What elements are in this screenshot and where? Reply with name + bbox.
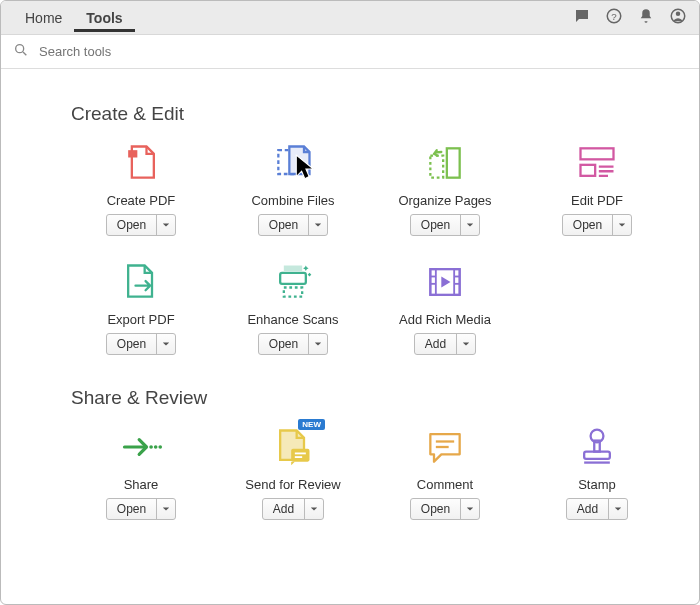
svg-rect-17 [284, 266, 302, 272]
svg-rect-29 [291, 449, 309, 462]
tool-comment[interactable]: Comment Open [375, 423, 515, 520]
stamp-icon [570, 423, 624, 471]
button-main[interactable]: Open [107, 334, 157, 354]
button-main[interactable]: Open [259, 334, 309, 354]
tool-organize-pages[interactable]: Organize Pages Open [375, 139, 515, 236]
tool-button[interactable]: Open [106, 214, 176, 236]
chevron-down-icon[interactable] [461, 499, 479, 519]
tool-label: Comment [417, 477, 473, 492]
tool-button[interactable]: Open [106, 498, 176, 520]
search-input[interactable] [37, 43, 237, 60]
tool-add-rich-media[interactable]: Add Rich Media Add [375, 258, 515, 355]
svg-point-26 [149, 445, 153, 449]
section-title-share-review: Share & Review [71, 387, 671, 409]
grid-create-edit: Create PDF Open Combine Files Open [71, 139, 671, 355]
edit-pdf-icon [570, 139, 624, 187]
button-main[interactable]: Add [263, 499, 305, 519]
button-main[interactable]: Add [567, 499, 609, 519]
tool-label: Create PDF [107, 193, 176, 208]
svg-rect-36 [584, 452, 610, 459]
chevron-down-icon[interactable] [309, 215, 327, 235]
tool-button[interactable]: Add [414, 333, 476, 355]
help-icon[interactable]: ? [605, 7, 623, 29]
chevron-down-icon[interactable] [613, 215, 631, 235]
chevron-down-icon[interactable] [157, 334, 175, 354]
create-pdf-icon [114, 139, 168, 187]
tool-label: Add Rich Media [399, 312, 491, 327]
search-bar [1, 35, 699, 69]
svg-point-3 [676, 11, 681, 16]
tool-create-pdf[interactable]: Create PDF Open [71, 139, 211, 236]
svg-rect-20 [454, 269, 460, 295]
tool-button[interactable]: Add [262, 498, 324, 520]
tool-button[interactable]: Open [410, 498, 480, 520]
tool-label: Share [124, 477, 159, 492]
organize-pages-icon [418, 139, 472, 187]
button-main[interactable]: Open [107, 499, 157, 519]
svg-rect-15 [280, 273, 306, 284]
svg-point-27 [154, 445, 158, 449]
tool-label: Organize Pages [398, 193, 491, 208]
tool-send-for-review[interactable]: NEW Send for Review Add [223, 423, 363, 520]
share-icon [114, 423, 168, 471]
svg-text:?: ? [611, 10, 617, 21]
tool-label: Edit PDF [571, 193, 623, 208]
tool-button[interactable]: Open [106, 333, 176, 355]
svg-point-4 [16, 44, 24, 52]
add-rich-media-icon [418, 258, 472, 306]
svg-rect-6 [128, 150, 137, 157]
tool-label: Enhance Scans [247, 312, 338, 327]
chevron-down-icon[interactable] [609, 499, 627, 519]
chat-icon[interactable] [573, 7, 591, 29]
chevron-down-icon[interactable] [461, 215, 479, 235]
tool-button[interactable]: Open [410, 214, 480, 236]
bell-icon[interactable] [637, 7, 655, 29]
top-icons: ? [573, 7, 687, 29]
chevron-down-icon[interactable] [157, 499, 175, 519]
tabs: Home Tools [13, 4, 573, 32]
export-pdf-icon [114, 258, 168, 306]
tab-tools[interactable]: Tools [74, 4, 134, 32]
svg-point-28 [158, 445, 162, 449]
tool-stamp[interactable]: Stamp Add [527, 423, 667, 520]
chevron-down-icon[interactable] [309, 334, 327, 354]
chevron-down-icon[interactable] [457, 334, 475, 354]
svg-rect-11 [581, 165, 596, 176]
tool-export-pdf[interactable]: Export PDF Open [71, 258, 211, 355]
tool-edit-pdf[interactable]: Edit PDF Open [527, 139, 667, 236]
button-main[interactable]: Open [411, 215, 461, 235]
section-title-create-edit: Create & Edit [71, 103, 671, 125]
svg-rect-8 [447, 148, 460, 177]
tool-enhance-scans[interactable]: Enhance Scans Open [223, 258, 363, 355]
button-main[interactable]: Open [259, 215, 309, 235]
top-bar: Home Tools ? [1, 1, 699, 35]
tool-share[interactable]: Share Open [71, 423, 211, 520]
tool-button[interactable]: Open [258, 333, 328, 355]
tool-button[interactable]: Open [562, 214, 632, 236]
search-icon [13, 42, 29, 62]
tool-label: Stamp [578, 477, 616, 492]
chevron-down-icon[interactable] [157, 215, 175, 235]
tool-label: Send for Review [245, 477, 340, 492]
tab-home[interactable]: Home [13, 4, 74, 32]
tool-button[interactable]: Open [258, 214, 328, 236]
svg-line-5 [23, 52, 26, 55]
svg-rect-9 [430, 156, 443, 178]
comment-icon [418, 423, 472, 471]
tool-button[interactable]: Add [566, 498, 628, 520]
combine-files-icon [266, 139, 320, 187]
profile-icon[interactable] [669, 7, 687, 29]
button-main[interactable]: Open [563, 215, 613, 235]
tool-combine-files[interactable]: Combine Files Open [223, 139, 363, 236]
button-main[interactable]: Open [107, 215, 157, 235]
chevron-down-icon[interactable] [305, 499, 323, 519]
content: Create & Edit Create PDF Open [1, 69, 699, 538]
svg-rect-16 [284, 288, 302, 297]
grid-share-review: Share Open NEW Send for Review [71, 423, 671, 520]
button-main[interactable]: Open [411, 499, 461, 519]
send-for-review-icon [266, 423, 320, 471]
svg-rect-10 [581, 148, 614, 159]
button-main[interactable]: Add [415, 334, 457, 354]
tool-label: Combine Files [251, 193, 334, 208]
svg-rect-19 [430, 269, 436, 295]
